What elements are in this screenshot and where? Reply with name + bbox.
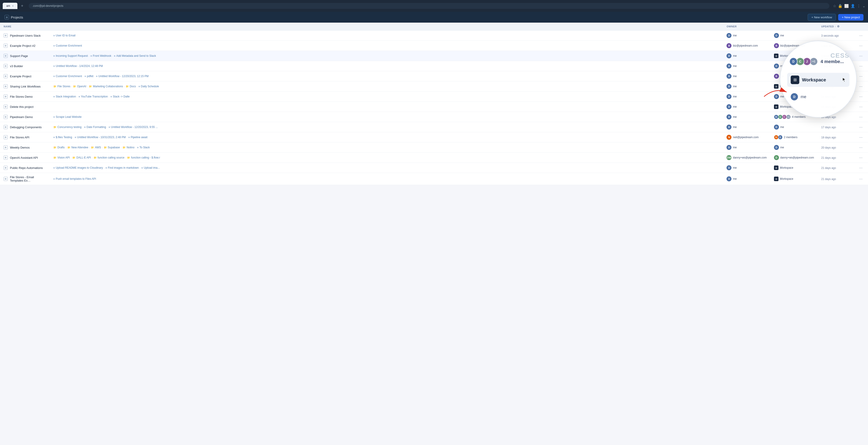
workflow-item[interactable]: ≡ Customer Enrichment	[53, 44, 82, 47]
address-bar[interactable]: .com/@pd-devrel/projects	[29, 3, 829, 9]
more-options-button[interactable]: ···	[857, 114, 864, 120]
project-name[interactable]: Support Page	[10, 54, 28, 58]
more-options-button[interactable]: ···	[857, 73, 864, 79]
workflow-item[interactable]: ≡ Untitled Workflow - 12/20/2023, 12:15 …	[96, 75, 149, 78]
project-name[interactable]: Delete this project	[10, 105, 33, 109]
project-name[interactable]: Public Repo Automations	[10, 166, 43, 170]
workflow-item[interactable]: ≡ To Slack	[137, 146, 150, 149]
workspace-icon: ⊞	[774, 105, 778, 109]
workflow-item[interactable]: ≡ Slack -> Dalle	[111, 95, 130, 98]
spotlight-workspace-option[interactable]: ⊞ Workspace	[787, 73, 849, 87]
workflow-item[interactable]: 📁 File Stores	[53, 85, 70, 88]
project-name[interactable]: File Stores - Email Templates Ex…	[10, 175, 46, 182]
more-options-button[interactable]: ···	[857, 104, 864, 110]
workflow-item[interactable]: 📁 New Attendee	[67, 146, 88, 149]
more-options-button[interactable]: ···	[857, 94, 864, 99]
workflow-item[interactable]: ≡ Pipeline await	[128, 136, 147, 139]
workflow-item[interactable]: 📁 Notino	[123, 146, 134, 149]
dropdown-icon[interactable]: ⌄	[862, 4, 865, 8]
more-options-button[interactable]: ···	[857, 84, 864, 89]
workflow-item[interactable]: 📁 DALL-E API	[72, 156, 91, 159]
owner-text: neil@pipedream.com	[733, 136, 758, 139]
workflow-item[interactable]: ≡ Untitled Workflow - 10/31/2023, 2:48 P…	[75, 136, 126, 139]
star-icon[interactable]: ☆	[833, 4, 836, 8]
project-name[interactable]: File Stores Demo	[10, 95, 33, 98]
workflow-item[interactable]: ≡ Daily Schedule	[138, 85, 159, 88]
workflow-item[interactable]: ≡ Front Webhook	[90, 54, 111, 57]
col-header-workspace	[770, 23, 817, 31]
project-name[interactable]: Example Project	[10, 75, 31, 78]
more-options-button[interactable]: ···	[857, 33, 864, 38]
workflow-item[interactable]: 📁 Supabase	[104, 146, 120, 149]
workflow-item[interactable]: ≡ User ID to Email	[53, 34, 75, 37]
workflow-item[interactable]: 📁 Drafts	[53, 146, 65, 149]
workflow-item[interactable]: ≡ Add Metadata and Send to Slack	[114, 54, 156, 57]
more-options-button[interactable]: ···	[857, 53, 864, 59]
owner-cell: D me	[723, 51, 770, 61]
owner-avatar: D	[726, 165, 732, 170]
owner-avatar: B	[726, 43, 732, 48]
more-options-button[interactable]: ···	[857, 124, 864, 130]
project-name[interactable]: Example Project #2	[10, 44, 35, 48]
more-options-button[interactable]: ···	[857, 155, 864, 160]
project-name[interactable]: v3 Builder	[10, 64, 23, 68]
workflow-item[interactable]: 📁 function calling source	[94, 156, 125, 159]
more-options-button[interactable]: ···	[857, 63, 864, 69]
workflow-item[interactable]: ≡ Slack Integration	[53, 95, 76, 98]
workflows-cell: ≡ $.files Testing·≡ Untitled Workflow - …	[50, 132, 723, 143]
workflow-item[interactable]: 📁 function calling - $.flow.r	[127, 156, 160, 159]
workflow-item[interactable]: 📁 Concurrency testing	[53, 125, 82, 129]
project-name[interactable]: Pipedream Demo	[10, 115, 33, 119]
workflow-item[interactable]: ≡ pdfkit	[85, 75, 93, 78]
workflow-item[interactable]: ≡ Scrape Lead Website	[53, 115, 82, 118]
new-tab-button[interactable]: +	[19, 3, 25, 9]
workflow-item[interactable]: ≡ YouTube Transcription	[79, 95, 108, 98]
project-name[interactable]: Pipedream Users Slack	[10, 34, 41, 37]
workflow-item[interactable]: ≡ $.files Testing	[53, 136, 72, 139]
workflow-item[interactable]: ≡ Customer Enrichment	[53, 75, 82, 78]
tab-close-icon[interactable]: ×	[12, 4, 14, 8]
spotlight-me-option[interactable]: D me	[787, 91, 849, 103]
workflow-item[interactable]: ≡ Untitled Workflow - 1/4/2024, 12:48 PM	[53, 64, 103, 68]
project-name[interactable]: File Stores API	[10, 136, 29, 139]
owner-text: me	[733, 105, 737, 108]
project-name[interactable]: Weekly Demos	[10, 146, 30, 149]
more-options-button[interactable]: ···	[857, 165, 864, 171]
more-options-button[interactable]: ···	[857, 176, 864, 182]
workspace-icon: ⊞	[774, 177, 778, 181]
workflow-item[interactable]: 📁 Marketing Collaborations	[89, 85, 123, 88]
workflow-item[interactable]: ≡ Upload ima...	[142, 166, 160, 169]
workflows-cell: 📁 File Stores·📁 OpenAI·📁 Marketing Colla…	[50, 81, 723, 92]
owner-avatar: D	[726, 176, 732, 181]
projects-table-container: NAME OWNER UPDATED ↑ ⚙	[0, 23, 868, 185]
workflow-item[interactable]: ≡ Untitled Workflow - 12/20/2023, 9:55 .…	[108, 125, 158, 129]
workflow-item[interactable]: ≡ Find images in markdown	[105, 166, 139, 169]
more-options-button[interactable]: ···	[857, 145, 864, 150]
project-icon: ⊞	[4, 74, 8, 78]
user-icon[interactable]: 👤	[850, 4, 855, 8]
workflow-item[interactable]: 📁 Docs	[126, 85, 136, 88]
workflow-item[interactable]: ≡ Incoming Support Request	[53, 54, 88, 57]
owner-text: me	[733, 75, 737, 78]
workflow-item[interactable]: 📁 Vision API	[53, 156, 70, 159]
workflow-item[interactable]: 📁 AWS	[91, 146, 101, 149]
sort-icon[interactable]: ↑	[835, 25, 836, 28]
workflow-item[interactable]: ≡ Upload README images to Cloudinary	[53, 166, 103, 169]
settings-icon[interactable]: ⚙	[837, 25, 840, 28]
project-name[interactable]: OpenAI Assistant API	[10, 156, 38, 159]
spotlight-members-row: D C J +1 4 membe...	[789, 57, 844, 66]
project-name[interactable]: Sharing Link Workflows	[10, 85, 41, 88]
more-options-button[interactable]: ···	[857, 43, 864, 49]
new-workflow-button[interactable]: + New workflow	[808, 14, 836, 21]
menu-icon[interactable]: ⋮	[857, 4, 861, 8]
project-name[interactable]: Debugging Components	[10, 125, 41, 129]
member-n: N	[774, 135, 778, 140]
active-tab[interactable]: am ×	[3, 3, 18, 9]
new-project-button[interactable]: + New project	[838, 14, 864, 21]
browser-controls: ☆ 🔒 ⬜ 👤 ⋮ ⌄	[833, 4, 865, 8]
workflow-item[interactable]: ≡ Push email templates to Files API	[53, 177, 96, 180]
workflow-item[interactable]: ≡ Date Formatting	[84, 125, 106, 129]
workflow-item[interactable]: 📁 OpenAI	[73, 85, 86, 88]
extensions-icon[interactable]: ⬜	[844, 4, 849, 8]
more-options-button[interactable]: ···	[857, 135, 864, 140]
